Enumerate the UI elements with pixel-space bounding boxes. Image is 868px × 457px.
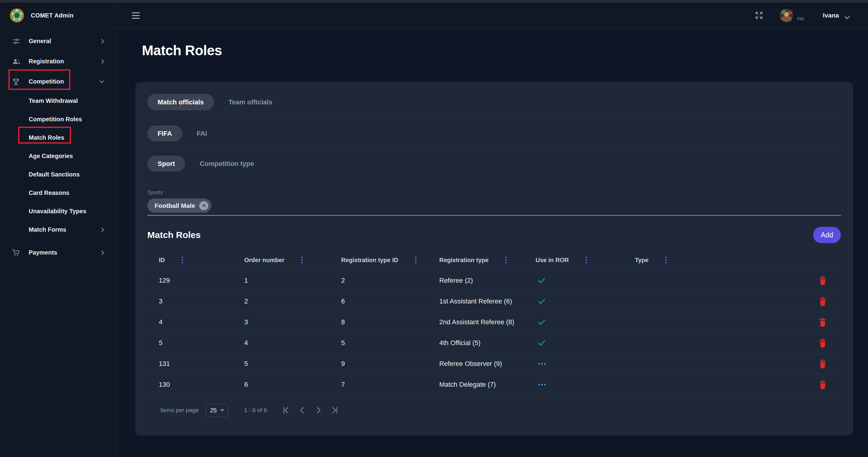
divider xyxy=(147,116,841,116)
first-page-icon[interactable] xyxy=(282,406,289,414)
sidebar-item-age-categories[interactable]: Age Categories xyxy=(0,147,118,165)
sports-field-label: Sports xyxy=(147,190,841,196)
delete-row-icon[interactable] xyxy=(819,318,827,327)
sidebar-item-unavailability-types[interactable]: Unavailability Types xyxy=(0,202,118,221)
check-icon xyxy=(538,278,545,284)
delete-row-icon[interactable] xyxy=(819,339,827,348)
user-org-badge: FAI xyxy=(797,16,804,21)
cell-registration-type: Referee Observer (9) xyxy=(439,360,536,368)
sidebar-item-payments[interactable]: Payments xyxy=(0,242,118,263)
chevron-right-icon xyxy=(101,250,104,255)
cell-registration-type: 4th Official (5) xyxy=(439,339,536,347)
sidebar-item-label: General xyxy=(29,38,51,45)
ellipsis-icon xyxy=(538,363,546,365)
sidebar-item-competition-roles[interactable]: Competition Roles xyxy=(0,110,118,129)
table-row: 4 3 8 2nd Assistant Referee (8) xyxy=(147,312,841,333)
sidebar-item-default-sanctions[interactable]: Default Sanctions xyxy=(0,165,118,184)
previous-page-icon[interactable] xyxy=(299,406,306,414)
last-page-icon[interactable] xyxy=(331,406,338,414)
column-header-id: ID xyxy=(159,257,165,264)
hamburger-menu-icon[interactable] xyxy=(132,12,140,19)
cell-id: 130 xyxy=(147,381,244,389)
check-icon xyxy=(538,298,545,304)
table-header-row: ID Order number Registration type ID Reg… xyxy=(147,250,841,270)
tab-sport[interactable]: Sport xyxy=(147,156,185,172)
tab-fai[interactable]: FAI xyxy=(187,126,217,141)
topbar: FAI Ivana xyxy=(118,2,868,29)
use-in-ror-indicator xyxy=(538,319,545,325)
table-row: 3 2 6 1st Assistant Referee (6) xyxy=(147,291,841,312)
cell-registration-type: Match Delegate (7) xyxy=(439,381,536,389)
delete-row-icon[interactable] xyxy=(819,360,827,368)
sidebar-item-label: Card Reasons xyxy=(29,190,69,196)
remove-chip-icon[interactable] xyxy=(199,201,208,210)
federation-tabs: FIFA FAI xyxy=(147,126,841,141)
ellipsis-icon xyxy=(538,384,546,386)
table-section-title: Match Roles xyxy=(147,230,201,240)
match-roles-card: Match officials Team officials FIFA FAI … xyxy=(135,82,853,435)
cell-id: 129 xyxy=(147,276,244,285)
app-title: COMET Admin xyxy=(31,12,73,19)
sidebar-item-registration[interactable]: Registration xyxy=(0,51,118,71)
cell-order-number: 6 xyxy=(244,381,341,389)
chevron-right-icon xyxy=(101,227,104,232)
next-page-icon[interactable] xyxy=(315,406,322,414)
cell-registration-type: 1st Assistant Referee (6) xyxy=(439,297,536,305)
fullscreen-icon[interactable] xyxy=(755,11,763,19)
column-header-registration-type-id: Registration type ID xyxy=(341,257,398,264)
annotation-box-match-roles xyxy=(18,127,71,143)
sidebar-item-card-reasons[interactable]: Card Reasons xyxy=(0,184,118,202)
table-row: 129 1 2 Referee (2) xyxy=(147,270,841,291)
column-menu-icon[interactable] xyxy=(665,256,667,264)
tab-competition-type[interactable]: Competition type xyxy=(189,156,264,172)
use-in-ror-indicator xyxy=(538,298,545,304)
cell-registration-type-id: 5 xyxy=(341,339,439,347)
match-roles-table: ID Order number Registration type ID Reg… xyxy=(147,250,841,395)
sidebar-item-label: Unavailability Types xyxy=(29,208,86,215)
delete-row-icon[interactable] xyxy=(819,380,827,389)
column-menu-icon[interactable] xyxy=(301,256,303,264)
avatar[interactable] xyxy=(780,9,793,22)
sidebar-item-team-withdrawal[interactable]: Team Withdrawal xyxy=(0,92,118,110)
sidebar-item-match-forms[interactable]: Match Forms xyxy=(0,221,118,239)
chevron-right-icon xyxy=(101,59,104,64)
cart-icon xyxy=(12,249,21,257)
use-in-ror-indicator xyxy=(538,363,546,365)
sidebar-item-label: Default Sanctions xyxy=(29,171,80,178)
user-menu[interactable]: Ivana xyxy=(823,12,850,19)
chip-label: Football Male xyxy=(155,202,195,209)
column-menu-icon[interactable] xyxy=(181,256,183,264)
add-button[interactable]: Add xyxy=(813,227,841,243)
sports-chip-row: Football Male xyxy=(147,198,841,213)
column-menu-icon[interactable] xyxy=(415,256,416,264)
people-icon xyxy=(12,57,21,66)
cell-id: 131 xyxy=(147,360,244,368)
tab-team-officials[interactable]: Team officials xyxy=(218,94,283,110)
sidebar-item-general[interactable]: General xyxy=(0,31,118,51)
sidebar: COMET Admin General xyxy=(0,2,118,457)
page-content: Match Roles Match officials Team officia… xyxy=(118,29,868,457)
column-menu-icon[interactable] xyxy=(585,256,587,264)
use-in-ror-indicator xyxy=(538,384,546,386)
items-per-page-select[interactable]: 25 xyxy=(206,404,228,417)
table-row: 130 6 7 Match Delegate (7) xyxy=(147,374,841,395)
delete-row-icon[interactable] xyxy=(819,276,827,285)
sidebar-header: COMET Admin xyxy=(0,2,118,29)
chevron-down-icon xyxy=(844,16,850,19)
column-header-type: Type xyxy=(635,257,649,264)
tab-fifa[interactable]: FIFA xyxy=(147,126,182,141)
table-row: 131 5 9 Referee Observer (9) xyxy=(147,354,841,374)
pagination-range: 1 - 6 of 6 xyxy=(244,407,267,414)
column-menu-icon[interactable] xyxy=(505,256,507,264)
use-in-ror-indicator xyxy=(538,278,545,284)
cell-order-number: 2 xyxy=(244,297,341,305)
sidebar-item-label: Payments xyxy=(29,249,57,256)
delete-row-icon[interactable] xyxy=(819,297,827,306)
cell-order-number: 3 xyxy=(244,318,341,326)
tab-match-officials[interactable]: Match officials xyxy=(147,94,214,110)
sport-chip-football-male[interactable]: Football Male xyxy=(147,198,211,213)
cell-order-number: 5 xyxy=(244,360,341,368)
cell-registration-type-id: 7 xyxy=(341,381,439,389)
cell-order-number: 1 xyxy=(244,276,341,285)
sidebar-item-label: Age Categories xyxy=(29,153,73,160)
